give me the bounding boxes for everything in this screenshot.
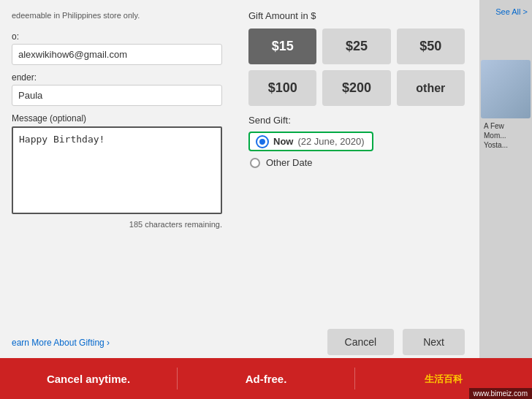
bottom-bar-section3: 生活百科	[355, 372, 532, 386]
main-container: edeemable in Philippines store only. o: …	[0, 0, 532, 399]
far-right-caption1: A Few	[484, 122, 504, 130]
right-panel: Gift Amount in $ $15 $25 $50 $100 $200 o…	[234, 0, 479, 399]
left-panel: edeemable in Philippines store only. o: …	[0, 0, 234, 358]
far-right-caption2: Mom...	[484, 132, 506, 140]
amount-btn-other[interactable]: other	[397, 70, 465, 106]
far-right-source: Yosta...	[484, 141, 508, 149]
sender-field-group: ender:	[12, 72, 222, 106]
far-right-caption: A Few Mom... Yosta...	[479, 118, 532, 153]
sender-input[interactable]	[12, 85, 222, 106]
char-remaining: 185 characters remaining.	[12, 220, 222, 229]
amount-grid: $15 $25 $50 $100 $200 other	[248, 28, 465, 106]
far-right-panel: See All > A Few Mom... Yosta...	[479, 0, 532, 399]
bottom-bar-section2: Ad-free.	[178, 373, 354, 385]
learn-more-text: earn More About Gifting	[12, 338, 104, 348]
to-label: o:	[12, 31, 222, 42]
amount-btn-100[interactable]: $100	[248, 70, 316, 106]
message-field-group: Message (optional) Happy Birthday! 185 c…	[12, 113, 222, 229]
watermark-cn-text: 生活百科	[425, 373, 463, 384]
message-label: Message (optional)	[12, 113, 222, 123]
message-textarea[interactable]: Happy Birthday!	[12, 126, 222, 214]
bottom-buttons: Cancel Next	[327, 329, 465, 355]
now-date: (22 June, 2020)	[297, 136, 364, 147]
amount-btn-50[interactable]: $50	[397, 28, 465, 64]
see-all-link[interactable]: See All >	[479, 0, 532, 16]
learn-more-arrow: ›	[107, 338, 110, 348]
other-date-option[interactable]: Other Date	[250, 157, 465, 168]
amount-btn-25[interactable]: $25	[322, 28, 390, 64]
disclaimer-text: edeemable in Philippines store only.	[12, 10, 222, 21]
now-option-box[interactable]: Now (22 June, 2020)	[248, 132, 373, 151]
now-label: Now	[273, 136, 293, 147]
next-button[interactable]: Next	[403, 329, 465, 355]
to-input[interactable]	[12, 44, 222, 65]
sender-label: ender:	[12, 72, 222, 83]
bottom-bar: Cancel anytime. Ad-free. 生活百科	[0, 358, 532, 399]
far-right-image	[481, 60, 531, 118]
amount-btn-15[interactable]: $15	[248, 28, 316, 64]
gift-amount-label: Gift Amount in $	[248, 10, 465, 21]
watermark: www.bimeiz.com	[469, 388, 532, 399]
other-date-radio	[250, 158, 260, 168]
to-field-group: o:	[12, 31, 222, 65]
amount-btn-200[interactable]: $200	[322, 70, 390, 106]
cancel-button[interactable]: Cancel	[327, 329, 395, 355]
other-date-label: Other Date	[266, 157, 313, 168]
learn-more-link[interactable]: earn More About Gifting ›	[12, 338, 110, 348]
bottom-bar-section1: Cancel anytime.	[0, 373, 177, 385]
now-radio-selected	[257, 137, 267, 147]
send-gift-label: Send Gift:	[248, 115, 465, 126]
